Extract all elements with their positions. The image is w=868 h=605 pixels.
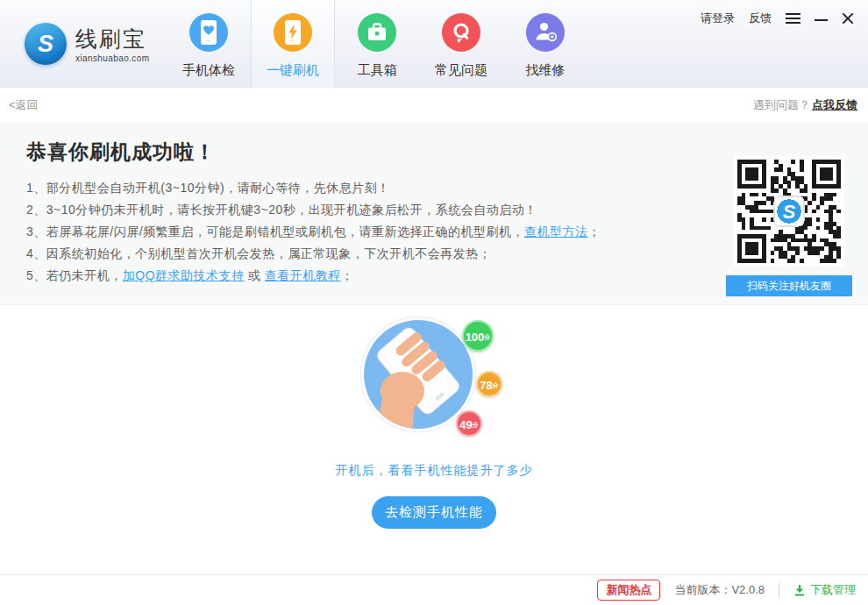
qr-code: S (734, 156, 844, 267)
phone-in-hand-illustration: 100分78分49分 (333, 316, 535, 445)
flash-success-panel: 恭喜你刷机成功啦！ 1、部分机型会自动开机(3~10分钟)，请耐心等待，先休息片… (0, 123, 868, 305)
app-logo[interactable]: S 线刷宝 xianshuabao.com (0, 0, 167, 88)
app-footer: 新闻热点 当前版本：V2.0.8 下载管理 (0, 574, 868, 605)
score-badge: 100分 (462, 320, 494, 352)
score-badge: 49分 (456, 410, 482, 437)
qr-caption-banner[interactable]: 扫码关注好机友圈 (726, 275, 852, 296)
nav-item-label: 手机体检 (182, 62, 235, 79)
phone-health-icon (189, 13, 228, 55)
main-nav: 手机体检一键刷机工具箱常见问题找维修 (167, 0, 587, 88)
issue-text: 遇到问题？ (753, 98, 810, 111)
score-value: 49 (459, 419, 472, 431)
news-hotspot-button[interactable]: 新闻热点 (597, 580, 660, 601)
performance-panel: 100分78分49分 开机后，看看手机性能提升了多少 去检测手机性能 (0, 316, 868, 529)
brand-name: 线刷宝 (75, 25, 149, 53)
back-button[interactable]: <返回 (9, 97, 39, 113)
footer-divider (779, 583, 779, 597)
performance-caption: 开机后，看看手机性能提升了多少 (0, 463, 868, 479)
score-value: 100 (466, 331, 485, 343)
instruction-line: 5、若仍未开机，加QQ群求助技术支持 或 查看开机教程； (26, 265, 693, 287)
version-label: 当前版本：V2.0.8 (674, 582, 765, 598)
feedback-me-link[interactable]: 点我反馈 (812, 98, 857, 111)
instruction-line: 3、若屏幕花屏/闪屏/频繁重启，可能是刷错机型或刷机包，请重新选择正确的机型刷机… (26, 221, 693, 243)
faq-icon (442, 13, 480, 55)
app-window: S 线刷宝 xianshuabao.com 手机体检一键刷机工具箱常见问题找维修… (0, 0, 868, 605)
nav-item-label: 常见问题 (435, 62, 487, 79)
instruction-list: 1、部分机型会自动开机(3~10分钟)，请耐心等待，先休息片刻！2、3~10分钟… (26, 177, 693, 287)
success-title: 恭喜你刷机成功啦！ (26, 139, 693, 166)
instruction-line: 1、部分机型会自动开机(3~10分钟)，请耐心等待，先休息片刻！ (26, 177, 693, 199)
toolbox-icon (358, 13, 396, 55)
repair-icon (526, 13, 565, 55)
nav-item-label: 一键刷机 (267, 62, 319, 79)
issue-prompt: 遇到问题？点我反馈 (753, 97, 857, 113)
nav-item-label: 工具箱 (358, 62, 397, 79)
brand-logo-icon: S (25, 23, 67, 65)
test-performance-button[interactable]: 去检测手机性能 (372, 496, 496, 529)
minimize-icon[interactable] (815, 19, 828, 21)
nav-item-faq[interactable]: 常见问题 (419, 0, 503, 88)
qr-block: S 扫码关注好机友圈 (726, 156, 852, 296)
close-icon[interactable] (842, 12, 854, 25)
window-controls: 请登录 反馈 (701, 11, 854, 26)
boot-tutorial-link[interactable]: 查看开机教程 (265, 268, 341, 282)
feedback-link[interactable]: 反馈 (749, 11, 772, 26)
score-unit: 分 (473, 422, 479, 428)
nav-item-find-repair[interactable]: 找维修 (503, 0, 587, 88)
nav-item-phone-checkup[interactable]: 手机体检 (167, 0, 251, 88)
score-unit: 分 (484, 334, 490, 340)
download-manager-button[interactable]: 下载管理 (793, 582, 856, 598)
score-value: 78 (480, 380, 492, 391)
login-link[interactable]: 请登录 (701, 11, 735, 26)
nav-item-one-key-flash[interactable]: 一键刷机 (251, 0, 335, 88)
app-header: S 线刷宝 xianshuabao.com 手机体检一键刷机工具箱常见问题找维修… (0, 0, 868, 88)
brand-domain: xianshuabao.com (75, 53, 149, 63)
score-badge: 78分 (476, 371, 502, 397)
nav-item-label: 找维修 (526, 62, 566, 79)
qq-group-link[interactable]: 加QQ群求助技术支持 (123, 268, 245, 282)
nav-item-toolbox[interactable]: 工具箱 (335, 0, 419, 88)
score-unit: 分 (493, 382, 499, 388)
instruction-line: 2、3~10分钟仍未开机时，请长按开机键3~20秒，出现开机迹象后松开，系统会自… (26, 199, 693, 221)
menu-icon[interactable] (786, 13, 800, 24)
download-icon (793, 584, 806, 596)
brand-logo-letter: S (38, 31, 53, 58)
svg-text:S: S (783, 201, 796, 223)
download-label: 下载管理 (810, 582, 856, 598)
instruction-line: 4、因系统初始化，个别机型首次开机会发热，属正常现象，下次开机不会再发热； (26, 243, 693, 265)
subheader: <返回 遇到问题？点我反馈 (0, 88, 868, 123)
phone-flash-icon (274, 13, 312, 55)
check-model-link[interactable]: 查机型方法 (524, 224, 588, 238)
